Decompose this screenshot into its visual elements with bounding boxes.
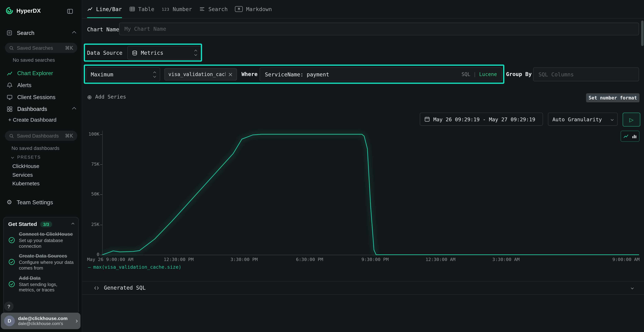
check-circle-icon [8, 259, 15, 266]
user-org: dale@clickhouse.com's [18, 321, 68, 326]
bell-icon [6, 82, 13, 88]
y-axis-tick-mark [100, 255, 102, 255]
sidebar-section-dashboards[interactable]: Dashboards [0, 104, 82, 114]
set-number-format-button[interactable]: Set number format [586, 93, 639, 102]
checklist-item[interactable]: Connect to ClickHouse Set up your databa… [8, 231, 74, 249]
run-query-button[interactable]: ▷ [623, 112, 640, 126]
metric-chip[interactable]: visa_validation_cach × [164, 68, 237, 80]
checklist-item[interactable]: Create Data Sources Configure where your… [8, 253, 74, 271]
group-by-label: Group By [506, 71, 532, 77]
chart-type-tabs: Line/Bar Table 123 Number Search M Markd… [82, 0, 644, 18]
y-axis-tick-mark [100, 225, 102, 225]
x-axis-tick-label: May 26 9:00:00 AM [87, 257, 134, 262]
close-icon[interactable]: × [226, 71, 233, 78]
saved-dashboards-input[interactable]: Saved Dashboards ⌘K [5, 130, 77, 141]
user-email: dale@clickhouse.com [18, 316, 68, 321]
checklist-item-desc: Set up your database connection [19, 238, 74, 249]
scrollbar-thumb[interactable] [641, 20, 644, 46]
x-axis-tick-label: 6:30:00 PM [296, 257, 323, 262]
get-started-title: Get Started [8, 221, 37, 227]
sidebar-item-client-sessions[interactable]: Client Sessions [0, 92, 82, 102]
lucene-language-toggle[interactable]: Lucene [479, 72, 497, 77]
list-icon [199, 6, 205, 12]
line-chart[interactable] [102, 130, 639, 255]
sidebar-item-label: Chart Explorer [17, 70, 53, 76]
sidebar-section-label: Search [17, 30, 34, 36]
tab-markdown[interactable]: M Markdown [235, 0, 272, 18]
hyperdx-logo-icon [6, 7, 13, 14]
preset-item-kubernetes[interactable]: Kubernetes [12, 180, 40, 186]
collapse-sidebar-icon[interactable] [67, 8, 73, 14]
checklist-item-title: Add Data [19, 275, 74, 281]
sidebar-section-label: Dashboards [17, 106, 47, 112]
sidebar-item-chart-explorer[interactable]: Chart Explorer [0, 68, 82, 78]
search-icon [9, 133, 14, 138]
preset-item-clickhouse[interactable]: ClickHouse [12, 163, 39, 169]
checklist-item-title: Connect to ClickHouse [19, 231, 74, 237]
data-source-value: Metrics [141, 50, 163, 56]
group-by-input[interactable] [533, 68, 639, 82]
checklist-item-title: Create Data Sources [19, 253, 74, 259]
legend-dash-icon: — [88, 264, 91, 270]
y-axis-tick-mark [100, 194, 102, 195]
sql-language-toggle[interactable]: SQL [462, 72, 470, 77]
tab-line-bar[interactable]: Line/Bar [87, 0, 122, 18]
check-circle-icon [8, 237, 15, 244]
data-source-select[interactable]: Metrics [127, 46, 201, 60]
tab-table[interactable]: Table [129, 0, 154, 18]
generated-sql-label: Generated SQL [104, 285, 146, 291]
sidebar-item-label: Team Settings [17, 199, 53, 206]
get-started-header[interactable]: Get Started 3/3 [8, 221, 74, 227]
data-source-label: Data Source [87, 50, 122, 56]
main-content: Line/Bar Table 123 Number Search M Markd… [82, 0, 644, 332]
chart-legend[interactable]: — max(visa_validation_cache.size) [88, 264, 181, 270]
create-dashboard-button[interactable]: + Create Dashboard [8, 117, 56, 123]
chevron-down-icon [11, 156, 14, 158]
number-123-icon: 123 [162, 7, 170, 11]
chevron-up-icon [72, 31, 76, 35]
sidebar-section-search[interactable]: Search [0, 28, 82, 38]
date-range-picker[interactable]: May 26 09:29:19 - May 27 09:29:19 [420, 112, 543, 126]
tab-number[interactable]: 123 Number [162, 0, 192, 18]
chevron-up-icon [72, 107, 76, 111]
user-menu[interactable]: D dale@clickhouse.com dale@clickhouse.co… [1, 313, 80, 329]
presets-toggle[interactable]: PRESETS [12, 154, 41, 160]
shortcut-hint: ⌘K [65, 133, 73, 139]
progress-badge: 3/3 [40, 221, 52, 227]
x-axis-tick-label: 3:30:00 PM [230, 257, 258, 262]
where-input-wrapper: SQL | Lucene [260, 68, 502, 82]
markdown-icon: M [235, 6, 243, 12]
dashboards-icon [6, 106, 13, 112]
where-label: Where [242, 71, 258, 77]
help-button[interactable]: ? [4, 302, 14, 311]
add-series-label: Add Series [95, 94, 126, 100]
get-started-card: Get Started 3/3 Connect to ClickHouse Se… [3, 217, 79, 314]
chart-name-input[interactable] [119, 22, 639, 35]
saved-searches-input[interactable]: Saved Searches ⌘K [5, 43, 77, 53]
sidebar-item-team-settings[interactable]: ⚙ Team Settings [0, 197, 82, 207]
gear-icon: ⚙ [6, 199, 12, 205]
tab-search[interactable]: Search [199, 0, 228, 18]
tab-label: Line/Bar [96, 6, 122, 12]
chevron-down-icon [631, 286, 634, 289]
chevron-right-icon [75, 320, 78, 322]
generated-sql-section[interactable]: Generated SQL [82, 281, 644, 294]
database-icon [132, 50, 138, 56]
granularity-select[interactable]: Auto Granularity [548, 112, 618, 126]
chart-name-label: Chart Name [87, 26, 119, 32]
avatar: D [4, 316, 15, 326]
shortcut-hint: ⌘K [65, 45, 73, 51]
add-series-button[interactable]: ⊕ Add Series [87, 94, 126, 100]
tab-label: Table [138, 6, 154, 12]
preset-item-services[interactable]: Services [12, 172, 33, 178]
y-axis-tick-label: 25K [82, 222, 99, 227]
code-icon [94, 285, 99, 291]
metric-chip-label: visa_validation_cach [168, 72, 226, 77]
sidebar-item-alerts[interactable]: Alerts [0, 80, 82, 90]
y-axis-tick-label: 100K [82, 132, 99, 137]
checklist-item[interactable]: Add Data Start sending logs, metrics, or… [8, 275, 74, 293]
check-circle-icon [8, 280, 15, 288]
chart-explorer-icon [6, 70, 13, 76]
plus-circle-icon: ⊕ [87, 94, 92, 100]
aggregation-select[interactable]: Maximum [86, 68, 160, 82]
